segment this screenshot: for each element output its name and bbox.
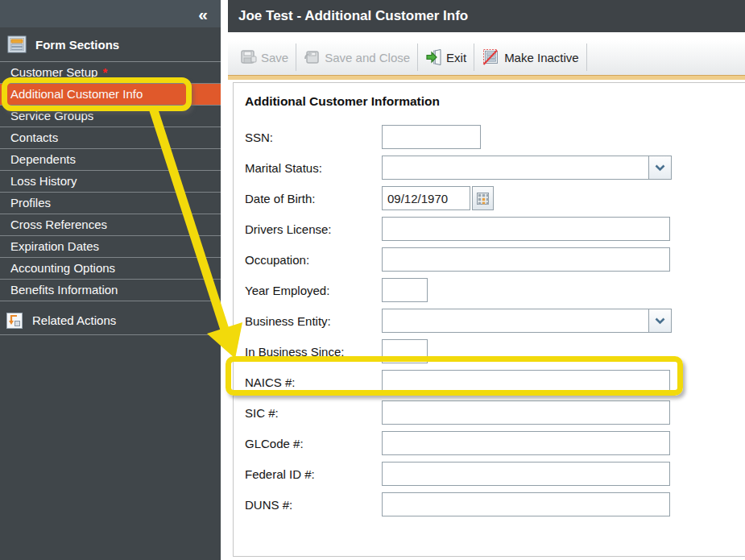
sidebar-item-expiration-dates[interactable]: Expiration Dates [0,236,221,258]
business-entity-dropdown[interactable] [382,309,672,333]
sidebar-item-label: Profiles [10,196,51,209]
toolbar-separator [417,44,418,71]
save-and-close-button[interactable]: Save and Close [298,45,416,69]
sidebar-item-label: Expiration Dates [10,239,99,253]
occupation-label: Occupation: [245,253,382,267]
marital-status-label: Marital Status: [245,161,382,175]
field-row-duns: DUNS #: [245,489,745,520]
ssn-label: SSN: [245,131,382,144]
dropdown-chevron-icon [655,317,665,325]
field-row-drivers-license: Drivers License: [245,214,745,244]
in-business-since-label: In Business Since: [245,345,382,359]
naics-input[interactable] [382,370,670,394]
year-employed-label: Year Employed: [245,284,382,297]
duns-input[interactable] [382,492,670,516]
sidebar-item-label: Service Groups [10,109,93,122]
form-heading: Additional Customer Information [245,94,745,109]
naics-label: NAICS #: [245,375,382,389]
ssn-input[interactable] [382,125,481,149]
duns-label: DUNS #: [245,498,382,512]
field-row-year-employed: Year Employed: [245,275,745,305]
dropdown-chevron-icon [655,164,665,172]
calendar-icon [477,193,489,205]
sidebar: « Form Sections Customer Setup*Additiona… [0,0,221,560]
field-row-ssn: SSN: [245,122,745,152]
field-row-marital-status: Marital Status: [245,152,745,183]
sidebar-item-label: Loss History [10,174,77,188]
related-actions-label: Related Actions [32,313,116,327]
save-and-close-icon [304,49,321,65]
sic-input[interactable] [382,400,670,425]
marital-status-selected-value [383,156,648,179]
form-sections-icon [7,35,27,53]
exit-icon [425,48,443,66]
field-row-date-of-birth: Date of Birth: [245,183,745,214]
exit-button[interactable]: Exit [420,44,472,70]
sidebar-item-benefits-information[interactable]: Benefits Information [0,280,221,301]
drivers-license-label: Drivers License: [245,222,382,236]
field-row-federal-id: Federal ID #: [245,458,745,489]
field-row-occupation: Occupation: [245,244,745,275]
sidebar-item-cross-references[interactable]: Cross References [0,214,221,236]
glcode-label: GLCode #: [245,437,382,450]
field-row-in-business-since: In Business Since: [245,336,745,367]
field-row-glcode: GLCode #: [245,428,745,458]
collapse-sidebar-button[interactable]: « [198,6,208,23]
sidebar-item-service-groups[interactable]: Service Groups [0,106,221,127]
in-business-since-input[interactable] [382,339,428,363]
save-icon [240,49,258,65]
year-employed-input[interactable] [382,278,428,302]
sidebar-item-label: Accounting Options [10,261,115,275]
make-inactive-icon [482,48,501,67]
toolbar-separator [474,44,474,71]
form-sections-list: Customer Setup*Additional Customer InfoS… [0,62,221,301]
sidebar-item-label: Dependents [10,152,76,166]
toolbar-separator [586,44,587,71]
related-actions-icon [6,313,23,329]
business-entity-dropdown-button[interactable] [648,309,671,332]
glcode-input[interactable] [382,431,670,455]
page-title: Joe Test - Additional Customer Info [238,8,468,24]
sidebar-item-label: Contacts [10,131,58,144]
save-button[interactable]: Save [234,45,294,69]
sidebar-item-additional-customer-info[interactable]: Additional Customer Info [0,84,221,106]
date-of-birth-label: Date of Birth: [245,192,382,205]
sidebar-item-label: Customer Setup [10,65,97,79]
sidebar-item-label: Benefits Information [10,283,118,297]
occupation-input[interactable] [382,247,670,272]
window-titlebar: Joe Test - Additional Customer Info [228,0,745,32]
related-actions-header[interactable]: Related Actions [0,306,221,335]
field-row-business-entity: Business Entity: [245,305,745,336]
federal-id-label: Federal ID #: [245,467,382,481]
form-sections-header: Form Sections [0,27,221,62]
marital-status-dropdown[interactable] [382,156,672,180]
form-fields: SSN:Marital Status:Date of Birth:Drivers… [245,122,745,520]
federal-id-input[interactable] [382,462,670,486]
form-panel: Additional Customer Information SSN:Mari… [233,82,745,557]
sidebar-item-label: Additional Customer Info [10,87,143,101]
sidebar-item-profiles[interactable]: Profiles [0,193,221,214]
sidebar-item-contacts[interactable]: Contacts [0,127,221,149]
date-of-birth-calendar-button[interactable] [472,186,494,210]
toolbar-accent-band [228,75,745,80]
toolbar: Save Save and Close Exit [228,39,745,75]
business-entity-label: Business Entity: [245,314,382,328]
form-sections-label: Form Sections [35,38,119,52]
sidebar-item-label: Cross References [10,218,107,231]
sidebar-item-accounting-options[interactable]: Accounting Options [0,258,221,280]
required-asterisk: * [102,65,107,79]
sic-label: SIC #: [245,406,382,420]
toolbar-separator [296,44,296,71]
date-of-birth-input[interactable] [382,186,470,210]
sidebar-item-customer-setup[interactable]: Customer Setup* [0,62,221,84]
sidebar-item-dependents[interactable]: Dependents [0,149,221,171]
business-entity-selected-value [383,309,648,332]
sidebar-collapse-bar: « [0,0,221,27]
field-row-sic: SIC #: [245,397,745,428]
marital-status-dropdown-button[interactable] [648,156,671,179]
make-inactive-button[interactable]: Make Inactive [476,44,585,71]
sidebar-item-loss-history[interactable]: Loss History [0,171,221,193]
field-row-naics: NAICS #: [245,367,745,397]
drivers-license-input[interactable] [382,217,670,241]
